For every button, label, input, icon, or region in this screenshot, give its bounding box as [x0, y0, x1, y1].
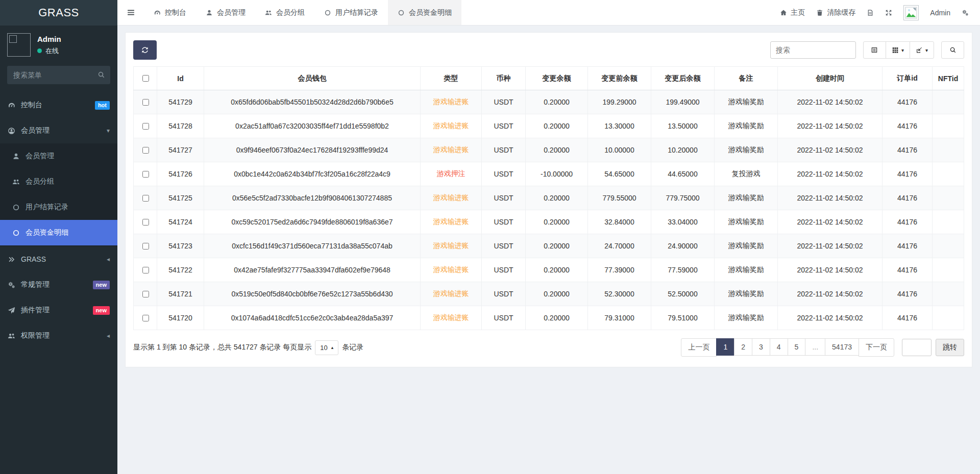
cell-type: 游戏输进账	[421, 258, 482, 282]
pagination-pages: 上一页 1 2 3 4 5 ... 54173 下一页	[681, 338, 894, 357]
row-checkbox[interactable]	[142, 195, 149, 202]
cell-before: 13.30000	[588, 114, 651, 138]
column-header-nft-id[interactable]: NFTid	[933, 67, 964, 90]
brand-logo[interactable]: GRASS	[0, 0, 117, 26]
circle-icon	[12, 204, 20, 211]
cell-after: 44.65000	[651, 162, 715, 186]
detail-view-button[interactable]	[863, 41, 886, 59]
sidebar-item-grass[interactable]: GRASS ◂	[0, 246, 117, 272]
select-all-checkbox[interactable]	[142, 75, 149, 82]
cell-before: 779.55000	[588, 186, 651, 210]
cell-created: 2022-11-02 14:50:02	[778, 210, 883, 234]
tab-member-fund-details[interactable]: 会员资金明细	[388, 0, 461, 25]
tab-member-groups[interactable]: 会员分组	[255, 0, 314, 25]
sidebar-subitem-settlement-records[interactable]: 用户结算记录	[0, 194, 117, 220]
page-button[interactable]: 54173	[825, 338, 859, 356]
cell-nft-id	[933, 114, 964, 138]
cell-change: 0.20000	[526, 306, 588, 330]
page-button[interactable]: 下一页	[859, 338, 894, 357]
broken-image-icon	[905, 7, 917, 19]
page-button[interactable]: 上一页	[681, 338, 717, 357]
column-header-remark[interactable]: 备注	[715, 67, 778, 90]
users-icon	[12, 178, 20, 186]
cell-nft-id	[933, 162, 964, 186]
users-icon	[265, 9, 272, 16]
page-item: 3	[752, 338, 770, 357]
cell-before: 77.39000	[588, 258, 651, 282]
sidebar-item-dashboard[interactable]: 控制台 hot	[0, 92, 117, 118]
sidebar-item-general-management[interactable]: 常规管理 new	[0, 272, 117, 297]
page-button[interactable]: 2	[734, 338, 752, 356]
home-link[interactable]: 主页	[780, 8, 805, 17]
table-card: ▾ ▾	[125, 32, 972, 367]
sidebar-subitem-member-groups[interactable]: 会员分组	[0, 169, 117, 194]
tab-dashboard[interactable]: 控制台	[144, 0, 196, 25]
cell-created: 2022-11-02 14:50:02	[778, 234, 883, 258]
sidebar-toggle-button[interactable]	[117, 0, 144, 25]
column-header-type[interactable]: 类型	[421, 67, 482, 90]
row-checkbox[interactable]	[142, 99, 149, 106]
column-header-created[interactable]: 创建时间	[778, 67, 883, 90]
cell-currency: USDT	[482, 138, 526, 162]
column-header-currency[interactable]: 币种	[482, 67, 526, 90]
sidebar-item-member-management[interactable]: 会员管理 ▾	[0, 118, 117, 143]
clear-cache-link[interactable]: 清除缓存	[816, 8, 855, 17]
cell-before: 79.31000	[588, 306, 651, 330]
settings-button[interactable]	[962, 9, 969, 16]
row-checkbox[interactable]	[142, 171, 149, 178]
table-search-input[interactable]	[770, 41, 856, 59]
row-checkbox[interactable]	[142, 147, 149, 154]
tab-settlement-records[interactable]: 用户结算记录	[314, 0, 388, 25]
log-button[interactable]	[867, 9, 874, 16]
topbar-username[interactable]: Admin	[930, 9, 950, 17]
menu-icon	[127, 8, 135, 17]
refresh-button[interactable]	[133, 40, 157, 60]
row-checkbox[interactable]	[142, 243, 149, 250]
page-button[interactable]: 3	[752, 338, 770, 356]
toolbar-right: ▾ ▾	[770, 41, 964, 59]
cell-order-id: 44176	[883, 90, 933, 114]
column-header-order-id[interactable]: 订单id	[883, 67, 933, 90]
column-header-after[interactable]: 变更后余额	[651, 67, 715, 90]
page-button[interactable]: 5	[788, 338, 806, 356]
page-jump-input[interactable]	[902, 339, 932, 356]
page-button[interactable]: 4	[770, 338, 788, 356]
pagination-bar: 显示第 1 到第 10 条记录，总共 541727 条记录 每页显示 10 ▴ …	[133, 338, 964, 357]
cell-currency: USDT	[482, 210, 526, 234]
column-header-change[interactable]: 变更余额	[526, 67, 588, 90]
page-size-dropdown[interactable]: 10 ▴	[315, 340, 338, 355]
fullscreen-button[interactable]	[885, 9, 892, 16]
columns-button[interactable]: ▾	[886, 41, 910, 59]
column-header-before[interactable]: 变更前余额	[588, 67, 651, 90]
angles-right-icon	[8, 256, 15, 263]
page-button[interactable]: ...	[805, 338, 825, 356]
page-jump-button[interactable]: 跳转	[936, 339, 964, 356]
topbar-avatar[interactable]	[903, 5, 919, 20]
sidebar-item-permission-management[interactable]: 权限管理 ◂	[0, 323, 117, 348]
row-checkbox[interactable]	[142, 123, 149, 130]
sidebar-subitem-member-management[interactable]: 会员管理	[0, 143, 117, 169]
cell-nft-id	[933, 306, 964, 330]
export-button[interactable]: ▾	[910, 41, 934, 59]
row-checkbox[interactable]	[142, 219, 149, 226]
column-header-id[interactable]: Id	[157, 67, 204, 90]
content-area: ▾ ▾	[117, 26, 980, 474]
chevron-left-icon: ◂	[107, 256, 110, 263]
column-header-wallet[interactable]: 会员钱包	[204, 67, 421, 90]
advanced-search-button[interactable]	[941, 41, 964, 59]
sidebar-subitem-member-fund-details[interactable]: 会员资金明细	[0, 220, 117, 245]
topbar-right: 主页 清除缓存 Admin	[780, 0, 980, 25]
plugin-icon	[8, 307, 15, 314]
row-checkbox[interactable]	[142, 291, 149, 297]
table-row: 541721 0x519c50e0f5d840cb0bf6e76e52c1273…	[134, 282, 964, 306]
tab-member-management[interactable]: 会员管理	[196, 0, 255, 25]
cell-id: 541727	[157, 138, 204, 162]
app-root: GRASS Admin 在线 控制台 hot 会员管理	[0, 0, 980, 474]
page-button[interactable]: 1	[716, 338, 734, 356]
sidebar-item-plugin-management[interactable]: 插件管理 new	[0, 297, 117, 323]
sidebar-search-input[interactable]	[7, 66, 110, 84]
grid-columns-icon	[892, 46, 899, 54]
row-checkbox[interactable]	[142, 315, 149, 321]
row-checkbox[interactable]	[142, 267, 149, 273]
cell-remark: 游戏输奖励	[715, 138, 778, 162]
